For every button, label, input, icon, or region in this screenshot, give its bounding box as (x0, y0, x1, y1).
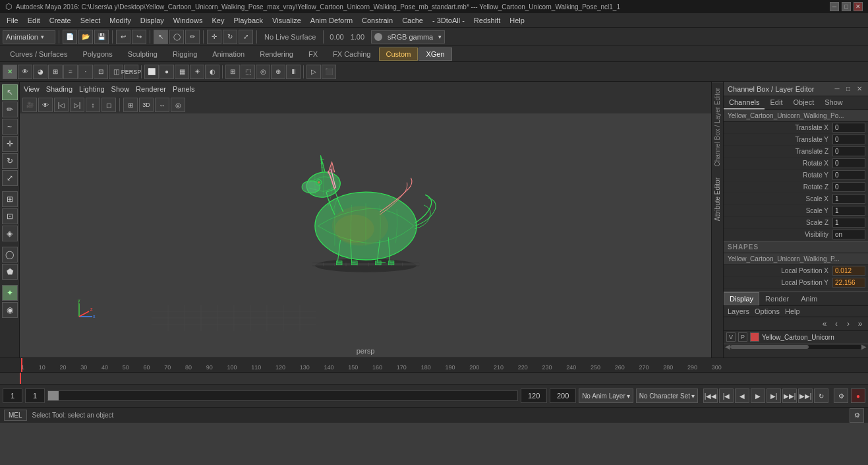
vp-menu-shading[interactable]: Shading (46, 85, 72, 93)
soft-selection[interactable]: ◯ (2, 247, 18, 263)
xgen-tool[interactable]: ✦ (2, 285, 18, 301)
redo-button[interactable]: ↪ (132, 30, 146, 44)
menu-key[interactable]: Key (208, 15, 228, 26)
menu-anim-deform[interactable]: Anim Deform (306, 15, 357, 26)
rotate-tool-button[interactable]: ↻ (223, 30, 237, 44)
menu-cache[interactable]: Cache (398, 15, 427, 26)
no-anim-layer-dropdown[interactable]: No Anim Layer ▾ (579, 388, 633, 403)
scrollbar-thumb[interactable] (730, 345, 809, 349)
transform-attributes[interactable]: ◈ (2, 226, 18, 241)
local-pos-y-value[interactable]: 22.156 (832, 278, 865, 288)
menu-playback[interactable]: Playback (229, 15, 267, 26)
prev-key-button[interactable]: |◀ (719, 388, 734, 403)
layer-next-right-icon[interactable]: » (855, 319, 865, 329)
vp-grid-toggle[interactable]: ⊞ (123, 98, 138, 112)
menu-select[interactable]: Select (76, 15, 105, 26)
paint-select-button[interactable]: ✏ (185, 30, 200, 44)
anim-tab[interactable]: Anim (795, 292, 823, 305)
menu-visualize[interactable]: Visualize (268, 15, 305, 26)
render-region-button[interactable]: ⬛ (322, 65, 336, 79)
right-panel-scrollbar[interactable]: ◀ ▶ (724, 344, 868, 349)
translate-y-value[interactable]: 0 (832, 135, 865, 144)
menu-windows[interactable]: Windows (169, 15, 207, 26)
timeline-track[interactable] (0, 373, 868, 384)
tab-fx[interactable]: FX (301, 47, 325, 61)
isolate-select-button[interactable]: ◎ (256, 65, 270, 79)
go-to-start-button[interactable]: |◀◀ (703, 388, 718, 403)
vp-menu-renderer[interactable]: Renderer (136, 85, 166, 93)
vp-menu-view[interactable]: View (24, 85, 40, 93)
snap-view-button[interactable]: ⊡ (94, 65, 108, 79)
layer-color-swatch[interactable] (750, 332, 759, 342)
play-button[interactable]: ▶ (751, 388, 765, 403)
rotate-y-value[interactable]: 0 (832, 170, 865, 180)
maximize-button[interactable]: □ (842, 2, 851, 11)
next-frame-button[interactable]: ▶| (767, 388, 781, 403)
object-tab[interactable]: Object (788, 96, 819, 109)
rotate-x-value[interactable]: 0 (832, 158, 865, 168)
range-end-field[interactable]: 200 (550, 388, 576, 403)
select-icon-button[interactable]: ✕ (3, 65, 17, 79)
hud-button[interactable]: Ⅲ (286, 65, 301, 79)
rotate-tool-left[interactable]: ↻ (2, 153, 18, 169)
translate-x-value[interactable]: 0 (832, 123, 865, 133)
vp-menu-panels[interactable]: Panels (173, 85, 195, 93)
select-tool-left[interactable]: ↖ (2, 84, 18, 100)
wireframe-button[interactable]: ⬜ (144, 65, 159, 79)
vp-look-through[interactable]: 👁 (38, 98, 53, 112)
snap-pivot[interactable]: ⊡ (2, 208, 18, 224)
tab-curves-surfaces[interactable]: Curves / Surfaces (3, 47, 74, 61)
go-to-end-button[interactable]: ▶▶| (798, 388, 813, 403)
lighting-button[interactable]: ☀ (190, 65, 204, 79)
show-manipulator[interactable]: ⊞ (2, 191, 18, 207)
select-tool-button[interactable]: ↖ (154, 30, 168, 44)
playhead[interactable] (21, 358, 22, 372)
shading-icon-button[interactable]: ◕ (33, 65, 47, 79)
scale-z-value[interactable]: 1 (832, 218, 865, 228)
display-tab[interactable]: Display (724, 292, 759, 305)
paint-brush-tool[interactable]: ✏ (2, 102, 18, 117)
no-char-set-dropdown[interactable]: No Character Set ▾ (636, 388, 698, 403)
menu-create[interactable]: Create (45, 15, 75, 26)
menu-3dtoall[interactable]: - 3DtoAll - (428, 15, 469, 26)
prev-frame-button[interactable]: ◀ (735, 388, 749, 403)
scale-tool-left[interactable]: ⤢ (2, 170, 18, 186)
playback-slider[interactable] (47, 390, 518, 401)
lasso-select-button[interactable]: ◯ (169, 30, 184, 44)
resolution-gate-button[interactable]: ⬚ (241, 65, 255, 79)
start-frame-field[interactable]: 1 (3, 388, 22, 403)
menu-file[interactable]: File (3, 15, 22, 26)
edit-tab[interactable]: Edit (765, 96, 788, 109)
texture-button[interactable]: ▦ (175, 65, 189, 79)
smooth-shade-button[interactable]: ● (159, 65, 174, 79)
shadows-button[interactable]: ◐ (205, 65, 219, 79)
local-pos-x-value[interactable]: 0.012 (832, 266, 865, 276)
grid-button[interactable]: ⊞ (225, 65, 240, 79)
layer-next-icon[interactable]: › (843, 319, 854, 329)
tab-custom[interactable]: Custom (379, 47, 419, 61)
undo-button[interactable]: ↩ (116, 30, 130, 44)
paint-weights[interactable]: ⬟ (2, 264, 18, 280)
vp-cycle-select[interactable]: ↕ (86, 98, 100, 112)
snap-grid-button[interactable]: ⊞ (48, 65, 63, 79)
vp-menu-show[interactable]: Show (111, 85, 130, 93)
vp-prev-frame[interactable]: |◁ (54, 98, 69, 112)
render-button[interactable]: ▷ (306, 65, 321, 79)
channels-tab[interactable]: Channels (724, 96, 765, 109)
scale-y-value[interactable]: 1 (832, 206, 865, 216)
snap-curve-button[interactable]: ≈ (63, 65, 78, 79)
timeline-ruler[interactable]: 1 10 20 30 40 50 60 70 80 90 100 110 120… (0, 358, 868, 373)
colorspace-dropdown[interactable]: sRGB gamma ▾ (371, 30, 445, 44)
translate-z-value[interactable]: 0 (832, 146, 865, 156)
layer-prev-icon[interactable]: ‹ (831, 319, 842, 329)
minimize-panel-icon[interactable]: ─ (832, 84, 842, 94)
move-tool-left[interactable]: ✛ (2, 136, 18, 152)
tab-animation[interactable]: Animation (205, 47, 252, 61)
menu-constrain[interactable]: Constrain (358, 15, 397, 26)
layer-visibility-toggle[interactable]: V (726, 332, 736, 342)
show-tab[interactable]: Show (819, 96, 848, 109)
vp-isolate[interactable]: ◎ (171, 98, 185, 112)
float-panel-icon[interactable]: □ (844, 84, 853, 94)
visibility-value[interactable]: on (832, 230, 865, 239)
menu-redshift[interactable]: Redshift (470, 15, 504, 26)
